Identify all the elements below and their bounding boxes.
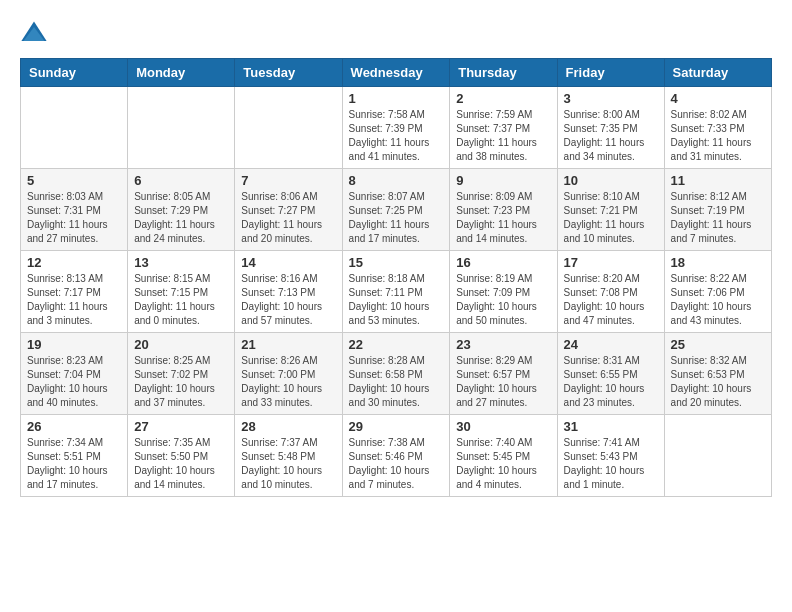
day-number: 6 [134,173,228,188]
calendar-cell: 15Sunrise: 8:18 AM Sunset: 7:11 PM Dayli… [342,251,450,333]
day-number: 31 [564,419,658,434]
col-header-thursday: Thursday [450,59,557,87]
day-number: 5 [27,173,121,188]
day-info: Sunrise: 8:00 AM Sunset: 7:35 PM Dayligh… [564,108,658,164]
calendar-cell: 30Sunrise: 7:40 AM Sunset: 5:45 PM Dayli… [450,415,557,497]
day-number: 13 [134,255,228,270]
day-number: 9 [456,173,550,188]
day-number: 14 [241,255,335,270]
calendar-cell: 12Sunrise: 8:13 AM Sunset: 7:17 PM Dayli… [21,251,128,333]
calendar-cell: 11Sunrise: 8:12 AM Sunset: 7:19 PM Dayli… [664,169,771,251]
calendar-cell: 3Sunrise: 8:00 AM Sunset: 7:35 PM Daylig… [557,87,664,169]
week-row-4: 19Sunrise: 8:23 AM Sunset: 7:04 PM Dayli… [21,333,772,415]
calendar-cell: 10Sunrise: 8:10 AM Sunset: 7:21 PM Dayli… [557,169,664,251]
calendar-cell: 13Sunrise: 8:15 AM Sunset: 7:15 PM Dayli… [128,251,235,333]
day-info: Sunrise: 8:10 AM Sunset: 7:21 PM Dayligh… [564,190,658,246]
day-info: Sunrise: 8:16 AM Sunset: 7:13 PM Dayligh… [241,272,335,328]
day-number: 17 [564,255,658,270]
day-number: 3 [564,91,658,106]
calendar-cell: 22Sunrise: 8:28 AM Sunset: 6:58 PM Dayli… [342,333,450,415]
day-number: 29 [349,419,444,434]
calendar-cell: 23Sunrise: 8:29 AM Sunset: 6:57 PM Dayli… [450,333,557,415]
calendar-cell: 28Sunrise: 7:37 AM Sunset: 5:48 PM Dayli… [235,415,342,497]
day-number: 15 [349,255,444,270]
calendar-cell: 17Sunrise: 8:20 AM Sunset: 7:08 PM Dayli… [557,251,664,333]
day-info: Sunrise: 8:13 AM Sunset: 7:17 PM Dayligh… [27,272,121,328]
calendar-cell: 2Sunrise: 7:59 AM Sunset: 7:37 PM Daylig… [450,87,557,169]
day-info: Sunrise: 7:40 AM Sunset: 5:45 PM Dayligh… [456,436,550,492]
week-row-5: 26Sunrise: 7:34 AM Sunset: 5:51 PM Dayli… [21,415,772,497]
day-number: 26 [27,419,121,434]
calendar-cell: 26Sunrise: 7:34 AM Sunset: 5:51 PM Dayli… [21,415,128,497]
calendar-cell: 8Sunrise: 8:07 AM Sunset: 7:25 PM Daylig… [342,169,450,251]
day-number: 10 [564,173,658,188]
calendar-cell: 31Sunrise: 7:41 AM Sunset: 5:43 PM Dayli… [557,415,664,497]
day-info: Sunrise: 7:58 AM Sunset: 7:39 PM Dayligh… [349,108,444,164]
day-number: 28 [241,419,335,434]
calendar-cell: 24Sunrise: 8:31 AM Sunset: 6:55 PM Dayli… [557,333,664,415]
header [20,20,772,48]
day-info: Sunrise: 8:19 AM Sunset: 7:09 PM Dayligh… [456,272,550,328]
day-info: Sunrise: 8:03 AM Sunset: 7:31 PM Dayligh… [27,190,121,246]
calendar-cell [21,87,128,169]
day-number: 18 [671,255,765,270]
calendar-cell: 1Sunrise: 7:58 AM Sunset: 7:39 PM Daylig… [342,87,450,169]
day-number: 16 [456,255,550,270]
calendar-cell [664,415,771,497]
page: SundayMondayTuesdayWednesdayThursdayFrid… [0,0,792,507]
day-info: Sunrise: 7:59 AM Sunset: 7:37 PM Dayligh… [456,108,550,164]
day-info: Sunrise: 8:15 AM Sunset: 7:15 PM Dayligh… [134,272,228,328]
day-info: Sunrise: 8:26 AM Sunset: 7:00 PM Dayligh… [241,354,335,410]
logo [20,20,52,48]
day-number: 22 [349,337,444,352]
day-number: 1 [349,91,444,106]
col-header-friday: Friday [557,59,664,87]
calendar-cell: 4Sunrise: 8:02 AM Sunset: 7:33 PM Daylig… [664,87,771,169]
logo-icon [20,20,48,48]
col-header-tuesday: Tuesday [235,59,342,87]
calendar-header-row: SundayMondayTuesdayWednesdayThursdayFrid… [21,59,772,87]
day-info: Sunrise: 8:22 AM Sunset: 7:06 PM Dayligh… [671,272,765,328]
day-number: 23 [456,337,550,352]
day-info: Sunrise: 8:28 AM Sunset: 6:58 PM Dayligh… [349,354,444,410]
day-info: Sunrise: 7:41 AM Sunset: 5:43 PM Dayligh… [564,436,658,492]
day-number: 27 [134,419,228,434]
calendar-cell: 9Sunrise: 8:09 AM Sunset: 7:23 PM Daylig… [450,169,557,251]
day-info: Sunrise: 8:23 AM Sunset: 7:04 PM Dayligh… [27,354,121,410]
day-info: Sunrise: 8:09 AM Sunset: 7:23 PM Dayligh… [456,190,550,246]
col-header-wednesday: Wednesday [342,59,450,87]
calendar-cell: 21Sunrise: 8:26 AM Sunset: 7:00 PM Dayli… [235,333,342,415]
calendar-cell: 27Sunrise: 7:35 AM Sunset: 5:50 PM Dayli… [128,415,235,497]
calendar-cell: 7Sunrise: 8:06 AM Sunset: 7:27 PM Daylig… [235,169,342,251]
calendar-cell: 6Sunrise: 8:05 AM Sunset: 7:29 PM Daylig… [128,169,235,251]
calendar-cell: 5Sunrise: 8:03 AM Sunset: 7:31 PM Daylig… [21,169,128,251]
week-row-2: 5Sunrise: 8:03 AM Sunset: 7:31 PM Daylig… [21,169,772,251]
day-number: 24 [564,337,658,352]
day-number: 2 [456,91,550,106]
calendar-cell [128,87,235,169]
day-info: Sunrise: 8:32 AM Sunset: 6:53 PM Dayligh… [671,354,765,410]
day-info: Sunrise: 7:34 AM Sunset: 5:51 PM Dayligh… [27,436,121,492]
calendar-cell: 16Sunrise: 8:19 AM Sunset: 7:09 PM Dayli… [450,251,557,333]
col-header-monday: Monday [128,59,235,87]
day-info: Sunrise: 8:05 AM Sunset: 7:29 PM Dayligh… [134,190,228,246]
calendar-cell: 29Sunrise: 7:38 AM Sunset: 5:46 PM Dayli… [342,415,450,497]
day-info: Sunrise: 8:29 AM Sunset: 6:57 PM Dayligh… [456,354,550,410]
day-number: 8 [349,173,444,188]
calendar-cell: 25Sunrise: 8:32 AM Sunset: 6:53 PM Dayli… [664,333,771,415]
day-number: 19 [27,337,121,352]
day-number: 25 [671,337,765,352]
col-header-saturday: Saturday [664,59,771,87]
day-info: Sunrise: 8:20 AM Sunset: 7:08 PM Dayligh… [564,272,658,328]
day-info: Sunrise: 8:31 AM Sunset: 6:55 PM Dayligh… [564,354,658,410]
day-info: Sunrise: 8:25 AM Sunset: 7:02 PM Dayligh… [134,354,228,410]
day-info: Sunrise: 7:37 AM Sunset: 5:48 PM Dayligh… [241,436,335,492]
calendar-cell: 14Sunrise: 8:16 AM Sunset: 7:13 PM Dayli… [235,251,342,333]
day-info: Sunrise: 8:07 AM Sunset: 7:25 PM Dayligh… [349,190,444,246]
day-number: 11 [671,173,765,188]
day-number: 21 [241,337,335,352]
week-row-1: 1Sunrise: 7:58 AM Sunset: 7:39 PM Daylig… [21,87,772,169]
day-number: 20 [134,337,228,352]
day-info: Sunrise: 8:18 AM Sunset: 7:11 PM Dayligh… [349,272,444,328]
calendar-cell: 19Sunrise: 8:23 AM Sunset: 7:04 PM Dayli… [21,333,128,415]
